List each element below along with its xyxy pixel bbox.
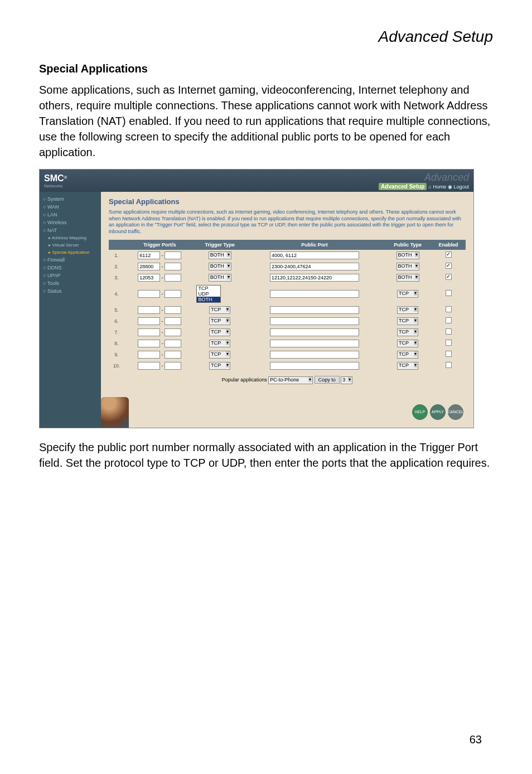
trigger-port-input[interactable] (138, 274, 160, 282)
table-row: 5. - TCPTCP (109, 304, 466, 316)
table-row: 10. - TCPTCP (109, 360, 466, 371)
table-row: 3. - BOTHBOTH (109, 272, 466, 283)
content-description: Some applications require multiple conne… (109, 209, 466, 235)
trigger-type-select[interactable]: TCP (209, 317, 230, 325)
trigger-port-input[interactable] (138, 306, 160, 314)
select-option[interactable]: TCP (197, 286, 220, 291)
enabled-checkbox[interactable] (446, 351, 452, 357)
table-row: 2. - BOTHBOTH (109, 261, 466, 272)
trigger-port-input-end[interactable] (165, 362, 181, 370)
table-header: Trigger Type (195, 240, 244, 250)
enabled-checkbox[interactable] (446, 251, 452, 258)
public-type-select[interactable]: BOTH (396, 263, 419, 270)
trigger-port-input[interactable] (138, 263, 160, 270)
trigger-type-select[interactable]: TCP (209, 340, 230, 347)
trigger-port-input[interactable] (138, 251, 160, 259)
trigger-type-select[interactable]: BOTH (209, 263, 231, 270)
public-port-input[interactable] (270, 362, 359, 370)
public-type-select[interactable]: TCP (397, 340, 418, 347)
public-type-select[interactable]: TCP (397, 351, 418, 359)
logo-sub: Networks (44, 183, 67, 188)
trigger-port-input-end[interactable] (165, 306, 181, 314)
sidebar-item-wan[interactable]: ○ WAN (42, 203, 99, 211)
sidebar-item-virtual-server[interactable]: ▸ Virtual Server (42, 241, 99, 249)
trigger-type-select[interactable]: BOTH (209, 251, 231, 259)
sidebar-item-address-mapping[interactable]: ▸ Address Mapping (42, 234, 99, 241)
trigger-type-select[interactable]: BOTH (209, 274, 231, 282)
public-port-input[interactable] (270, 328, 359, 336)
trigger-port-input-end[interactable] (165, 290, 181, 298)
public-port-input[interactable] (270, 340, 359, 347)
trigger-port-input[interactable] (138, 362, 160, 370)
trigger-port-input-end[interactable] (165, 351, 181, 359)
sidebar-item-tools[interactable]: ○ Tools (42, 279, 99, 287)
public-type-select[interactable]: TCP (397, 328, 418, 336)
sidebar-item-nat[interactable]: ○ NAT (42, 226, 99, 234)
sidebar-item-special-application[interactable]: ▸ Special Application (42, 249, 99, 256)
sidebar-item-firewall[interactable]: ○ Firewall (42, 256, 99, 264)
enabled-checkbox[interactable] (446, 290, 452, 296)
trigger-port-input[interactable] (138, 328, 160, 336)
table-row: 9. - TCPTCP (109, 349, 466, 360)
enabled-checkbox[interactable] (446, 328, 452, 335)
sidebar-item-upnp[interactable]: ○ UPnP (42, 272, 99, 279)
select-option[interactable]: BOTH (197, 297, 220, 302)
enabled-checkbox[interactable] (446, 306, 452, 312)
trigger-port-input-end[interactable] (165, 317, 181, 325)
sidebar-item-system[interactable]: ○ System (42, 195, 99, 203)
row-number: 1. (109, 250, 124, 261)
trigger-type-select[interactable]: TCP (209, 328, 230, 336)
table-row: 6. - TCPTCP (109, 316, 466, 327)
public-port-input[interactable] (270, 317, 359, 325)
sidebar-item-lan[interactable]: ○ LAN (42, 211, 99, 219)
public-type-select[interactable]: TCP (397, 290, 418, 298)
public-port-input[interactable] (270, 351, 359, 359)
popular-select[interactable]: PC-to-Phone (268, 376, 313, 384)
trigger-port-input[interactable] (138, 351, 160, 359)
public-type-select[interactable]: TCP (397, 317, 418, 325)
home-link[interactable]: ⌂ Home (428, 184, 446, 190)
logout-link[interactable]: ◉ Logout (448, 184, 469, 190)
select-option[interactable]: UDP (197, 291, 220, 297)
enabled-checkbox[interactable] (446, 274, 452, 280)
copyto-button[interactable]: Copy to (315, 376, 340, 384)
public-port-input[interactable] (270, 306, 359, 314)
trigger-port-input-end[interactable] (165, 263, 181, 270)
copyto-select[interactable]: 3 (341, 376, 352, 384)
trigger-port-input[interactable] (138, 340, 160, 347)
trigger-port-input-end[interactable] (165, 251, 181, 259)
public-type-select[interactable]: TCP (397, 362, 418, 370)
enabled-checkbox[interactable] (446, 317, 452, 323)
row-number: 9. (109, 349, 124, 360)
trigger-port-input-end[interactable] (165, 340, 181, 347)
cancel-button[interactable]: CANCEL (448, 404, 463, 420)
public-port-input[interactable] (270, 290, 359, 298)
help-button[interactable]: HELP (412, 404, 428, 420)
sidebar-item-status[interactable]: ○ Status (42, 287, 99, 295)
trigger-port-input-end[interactable] (165, 328, 181, 336)
trigger-port-input-end[interactable] (165, 274, 181, 282)
trigger-port-input[interactable] (138, 317, 160, 325)
enabled-checkbox[interactable] (446, 263, 452, 269)
trigger-port-input[interactable] (138, 290, 160, 298)
trigger-type-select[interactable]: TCP (209, 306, 230, 314)
sidebar-item-wireless[interactable]: ○ Wireless (42, 219, 99, 226)
public-port-input[interactable] (270, 263, 359, 270)
row-number: 8. (109, 338, 124, 349)
table-header: Enabled (431, 240, 466, 250)
table-header: Public Port (245, 240, 384, 250)
public-type-select[interactable]: BOTH (396, 274, 419, 282)
row-number: 10. (109, 360, 124, 371)
public-type-select[interactable]: TCP (397, 306, 418, 314)
apply-button[interactable]: APPLY (430, 404, 446, 420)
trigger-type-select[interactable]: TCP (209, 362, 230, 370)
public-port-input[interactable] (270, 251, 359, 259)
person-image (101, 397, 129, 428)
enabled-checkbox[interactable] (446, 340, 452, 346)
public-type-select[interactable]: BOTH (396, 251, 419, 259)
enabled-checkbox[interactable] (446, 362, 452, 368)
trigger-type-select-open[interactable]: TCPUDPBOTH (196, 285, 221, 303)
public-port-input[interactable] (270, 274, 359, 282)
sidebar-item-ddns[interactable]: ○ DDNS (42, 264, 99, 272)
trigger-type-select[interactable]: TCP (209, 351, 230, 359)
